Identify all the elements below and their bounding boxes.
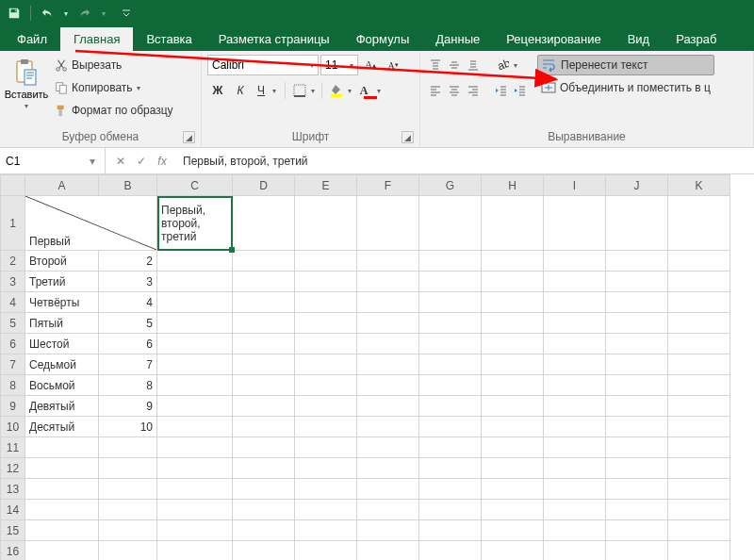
bold-button[interactable]: Ж xyxy=(207,80,228,101)
align-right-icon[interactable] xyxy=(464,80,483,101)
cell[interactable] xyxy=(233,354,295,375)
copy-button[interactable]: Копировать ▾ xyxy=(51,77,177,98)
cell[interactable] xyxy=(233,396,295,417)
cell[interactable] xyxy=(295,354,357,375)
cell[interactable] xyxy=(99,520,157,541)
cell[interactable] xyxy=(419,196,482,251)
cell[interactable] xyxy=(544,354,606,375)
cell[interactable] xyxy=(419,417,482,437)
cell[interactable]: Шестой xyxy=(25,334,99,354)
cell[interactable] xyxy=(357,334,419,354)
undo-dropdown-icon[interactable]: ▾ xyxy=(61,3,71,24)
row-header[interactable]: 7 xyxy=(1,354,25,375)
cell[interactable] xyxy=(295,500,357,520)
cell[interactable] xyxy=(544,313,606,334)
cell[interactable]: 4 xyxy=(99,292,157,313)
cell[interactable] xyxy=(419,479,482,500)
increase-indent-icon[interactable] xyxy=(511,80,530,101)
cell[interactable] xyxy=(157,437,233,458)
cell[interactable] xyxy=(295,334,357,354)
cell[interactable] xyxy=(99,437,157,458)
cell[interactable] xyxy=(419,375,482,396)
col-header[interactable]: H xyxy=(482,175,544,196)
cell[interactable] xyxy=(419,520,482,541)
cell[interactable]: 5 xyxy=(99,313,157,334)
cell[interactable] xyxy=(668,196,730,251)
cell[interactable] xyxy=(295,292,357,313)
cell[interactable] xyxy=(544,396,606,417)
col-header[interactable]: B xyxy=(99,175,157,196)
cell[interactable] xyxy=(25,500,99,520)
col-header[interactable]: K xyxy=(668,175,730,196)
row-header[interactable]: 5 xyxy=(1,313,25,334)
row-header[interactable]: 14 xyxy=(1,500,25,520)
cell[interactable]: Третий xyxy=(25,272,99,292)
cell[interactable] xyxy=(668,500,730,520)
cell[interactable] xyxy=(295,417,357,437)
tab-data[interactable]: Данные xyxy=(422,27,493,51)
save-icon[interactable] xyxy=(4,3,25,24)
cell[interactable] xyxy=(668,272,730,292)
cell[interactable] xyxy=(99,500,157,520)
cell[interactable] xyxy=(99,541,157,561)
cell[interactable] xyxy=(668,292,730,313)
cell[interactable] xyxy=(419,251,482,272)
cell[interactable]: Восьмой xyxy=(25,375,99,396)
row-header[interactable]: 8 xyxy=(1,375,25,396)
cell[interactable] xyxy=(157,500,233,520)
font-color-button[interactable]: A▾ xyxy=(356,80,385,101)
cell[interactable]: Десятый xyxy=(25,417,99,437)
cell[interactable]: Седьмой xyxy=(25,354,99,375)
cell[interactable] xyxy=(157,396,233,417)
name-box[interactable]: ▾ xyxy=(0,148,106,173)
cell[interactable] xyxy=(157,292,233,313)
cell[interactable] xyxy=(233,292,295,313)
cell[interactable] xyxy=(295,479,357,500)
cell[interactable]: Девятый xyxy=(25,396,99,417)
dialog-launcher-icon[interactable]: ◢ xyxy=(183,131,195,143)
cell[interactable] xyxy=(295,541,357,561)
cell[interactable] xyxy=(419,500,482,520)
cell[interactable] xyxy=(668,437,730,458)
cut-button[interactable]: Вырезать xyxy=(51,55,177,75)
cell[interactable] xyxy=(419,292,482,313)
row-header[interactable]: 9 xyxy=(1,396,25,417)
cell[interactable] xyxy=(357,437,419,458)
cell[interactable] xyxy=(157,251,233,272)
cell[interactable] xyxy=(233,520,295,541)
cell[interactable] xyxy=(482,272,544,292)
col-header[interactable]: A xyxy=(25,175,99,196)
cell[interactable] xyxy=(295,375,357,396)
cell[interactable] xyxy=(668,334,730,354)
cell[interactable] xyxy=(544,437,606,458)
cell[interactable] xyxy=(419,313,482,334)
cell[interactable] xyxy=(357,541,419,561)
cell[interactable]: 6 xyxy=(99,334,157,354)
cell[interactable] xyxy=(606,375,668,396)
cell[interactable] xyxy=(668,541,730,561)
cell[interactable] xyxy=(25,437,99,458)
cell[interactable] xyxy=(295,313,357,334)
font-size-combo[interactable]: 11▾ xyxy=(320,55,358,75)
selected-cell[interactable]: Первый,второй,третий xyxy=(157,196,233,251)
cell[interactable] xyxy=(295,520,357,541)
row-header[interactable]: 2 xyxy=(1,251,25,272)
row-header[interactable]: 3 xyxy=(1,272,25,292)
col-header[interactable]: C xyxy=(157,175,233,196)
cell[interactable] xyxy=(419,437,482,458)
orientation-button[interactable]: ab▾ xyxy=(492,55,520,75)
cell[interactable]: 9 xyxy=(99,396,157,417)
cell[interactable] xyxy=(668,458,730,479)
cell[interactable] xyxy=(233,458,295,479)
wrap-text-button[interactable]: Перенести текст xyxy=(537,55,714,75)
cell[interactable]: Пятый xyxy=(25,313,99,334)
cell[interactable] xyxy=(233,375,295,396)
cell[interactable] xyxy=(295,196,357,251)
cell[interactable] xyxy=(482,500,544,520)
row-header[interactable]: 15 xyxy=(1,520,25,541)
cell[interactable] xyxy=(157,313,233,334)
cell[interactable] xyxy=(606,417,668,437)
cell[interactable]: Первый xyxy=(25,196,157,251)
cell[interactable] xyxy=(544,272,606,292)
redo-icon[interactable] xyxy=(74,3,95,24)
